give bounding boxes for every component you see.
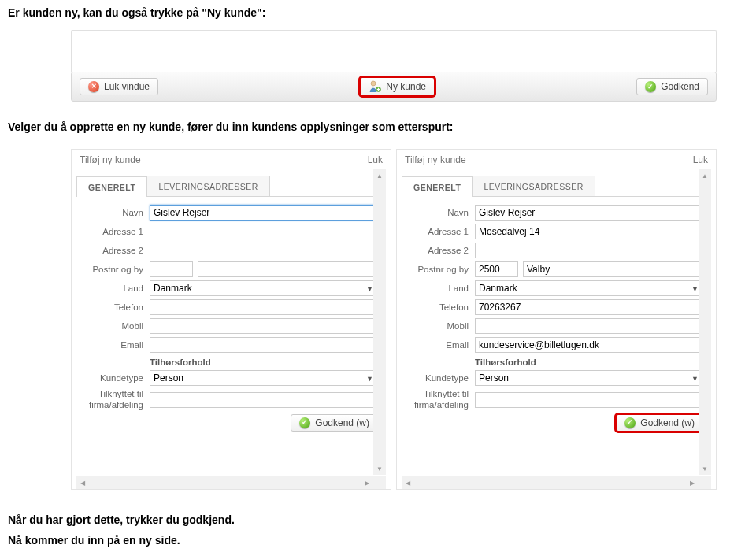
panel-close-link[interactable]: Luk bbox=[693, 154, 708, 165]
user-add-icon bbox=[369, 80, 381, 93]
scrollbar-horizontal[interactable]: ◀▶ bbox=[76, 476, 373, 489]
approve-icon bbox=[299, 417, 310, 428]
close-window-button[interactable]: Luk vindue bbox=[80, 78, 158, 95]
close-icon bbox=[88, 81, 99, 92]
tab-delivery[interactable]: LEVERINGSADRESSER bbox=[146, 176, 269, 196]
adresse2-input[interactable] bbox=[475, 243, 703, 258]
adresse2-input[interactable] bbox=[150, 243, 378, 258]
telefon-input[interactable] bbox=[150, 299, 378, 315]
kundetype-select[interactable] bbox=[475, 370, 703, 386]
scroll-right-icon[interactable]: ▶ bbox=[361, 476, 373, 489]
new-customer-label: Ny kunde bbox=[386, 81, 426, 92]
label-mobil: Mobil bbox=[402, 321, 469, 331]
scrollbar-horizontal[interactable]: ◀▶ bbox=[402, 476, 699, 489]
customer-form-right: Tilføj ny kunde Luk GENERELT LEVERINGSAD… bbox=[396, 149, 717, 490]
svg-point-0 bbox=[371, 81, 376, 86]
tab-general[interactable]: GENERELT bbox=[76, 176, 147, 197]
label-tilknyttet: Tilknyttet til firma/afdeling bbox=[76, 389, 143, 411]
panel-title: Tilføj ny kunde bbox=[80, 154, 141, 165]
label-adresse2: Adresse 2 bbox=[76, 246, 143, 255]
label-kundetype: Kundetype bbox=[76, 373, 143, 383]
tab-delivery[interactable]: LEVERINGSADRESSER bbox=[472, 176, 595, 196]
mobil-input[interactable] bbox=[150, 318, 378, 334]
doc-outro2: Nå kommer du inn på en ny side. bbox=[8, 531, 748, 556]
kundetype-select[interactable] bbox=[150, 370, 378, 386]
label-postnr: Postnr og by bbox=[76, 265, 143, 274]
tab-general[interactable]: GENERELT bbox=[402, 176, 472, 197]
scroll-down-icon[interactable]: ▼ bbox=[699, 462, 711, 475]
label-telefon: Telefon bbox=[402, 302, 469, 312]
scroll-left-icon[interactable]: ◀ bbox=[76, 476, 89, 489]
approve-w-label: Godkend (w) bbox=[640, 417, 695, 428]
approve-w-button[interactable]: Godkend (w) bbox=[291, 414, 378, 432]
close-label: Luk vindue bbox=[104, 81, 150, 92]
email-input[interactable] bbox=[475, 337, 703, 353]
label-navn: Navn bbox=[402, 208, 469, 217]
label-email: Email bbox=[76, 340, 143, 350]
approve-w-button[interactable]: Godkend (w) bbox=[616, 414, 703, 432]
action-toolbar: Luk vindue Ny kunde Godkend bbox=[71, 72, 717, 102]
section-tilhors: Tilhørsforhold bbox=[475, 358, 711, 367]
label-mobil: Mobil bbox=[76, 321, 143, 331]
customer-form-left: Tilføj ny kunde Luk GENERELT LEVERINGSAD… bbox=[71, 149, 391, 490]
scroll-left-icon[interactable]: ◀ bbox=[402, 476, 414, 489]
tilknyttet-input[interactable] bbox=[475, 392, 703, 408]
land-select[interactable] bbox=[150, 280, 378, 296]
by-input[interactable] bbox=[523, 261, 703, 277]
scroll-up-icon[interactable]: ▲ bbox=[699, 169, 711, 182]
label-telefon: Telefon bbox=[76, 302, 143, 312]
label-adresse1: Adresse 1 bbox=[76, 227, 143, 236]
scroll-right-icon[interactable]: ▶ bbox=[686, 476, 699, 489]
doc-intro: Er kunden ny, kan du også trykke på "Ny … bbox=[8, 0, 748, 30]
label-adresse1: Adresse 1 bbox=[402, 227, 469, 236]
scrollbar-vertical[interactable]: ▲▼ bbox=[699, 169, 711, 475]
scroll-corner bbox=[699, 476, 711, 489]
panel-title: Tilføj ny kunde bbox=[405, 154, 466, 165]
label-land: Land bbox=[76, 284, 143, 293]
postnr-input[interactable] bbox=[150, 261, 193, 277]
label-adresse2: Adresse 2 bbox=[402, 246, 469, 255]
label-postnr: Postnr og by bbox=[402, 265, 469, 274]
approve-icon bbox=[645, 81, 656, 92]
label-land: Land bbox=[402, 284, 469, 293]
navn-input[interactable] bbox=[150, 205, 378, 221]
scrollbar-vertical[interactable]: ▲▼ bbox=[373, 169, 386, 475]
label-navn: Navn bbox=[76, 208, 143, 217]
navn-input[interactable] bbox=[475, 205, 703, 221]
scroll-corner bbox=[373, 476, 386, 489]
mobil-input[interactable] bbox=[475, 318, 703, 334]
toolbar-empty-box bbox=[71, 30, 717, 72]
section-tilhors: Tilhørsforhold bbox=[150, 358, 386, 367]
land-select[interactable] bbox=[475, 280, 703, 296]
label-tilknyttet: Tilknyttet til firma/afdeling bbox=[402, 389, 469, 411]
tilknyttet-input[interactable] bbox=[150, 392, 378, 408]
email-input[interactable] bbox=[150, 337, 378, 353]
approve-icon bbox=[624, 417, 636, 428]
scroll-down-icon[interactable]: ▼ bbox=[373, 462, 386, 475]
telefon-input[interactable] bbox=[475, 299, 703, 315]
postnr-input[interactable] bbox=[475, 261, 518, 277]
label-email: Email bbox=[402, 340, 469, 350]
scroll-up-icon[interactable]: ▲ bbox=[373, 169, 386, 182]
doc-outro1: Når du har gjort dette, trykker du godkj… bbox=[8, 490, 748, 531]
approve-button[interactable]: Godkend bbox=[636, 78, 708, 95]
by-input[interactable] bbox=[198, 261, 378, 277]
new-customer-button[interactable]: Ny kunde bbox=[360, 77, 435, 96]
adresse1-input[interactable] bbox=[150, 224, 378, 239]
label-kundetype: Kundetype bbox=[402, 373, 469, 383]
approve-w-label: Godkend (w) bbox=[315, 417, 369, 428]
adresse1-input[interactable] bbox=[475, 224, 703, 239]
doc-mid-text: Velger du å opprette en ny kunde, fører … bbox=[8, 102, 748, 144]
approve-label: Godkend bbox=[661, 81, 699, 92]
panel-close-link[interactable]: Luk bbox=[368, 154, 383, 165]
